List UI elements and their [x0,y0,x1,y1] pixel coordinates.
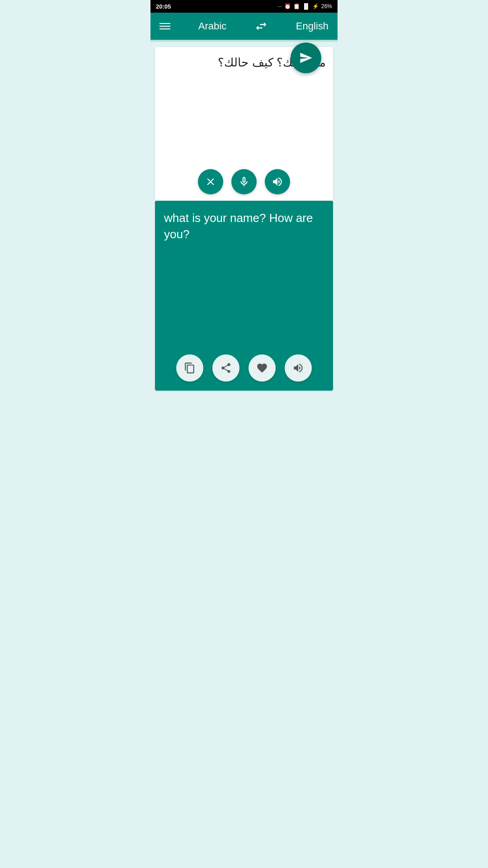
swap-languages-button[interactable] [254,19,268,33]
panels-wrapper: ما اسمك؟ كيف حالك؟ [150,47,338,391]
sim-icon: 📋 [293,3,300,9]
status-time: 20:05 [156,3,171,10]
menu-button[interactable] [160,23,170,29]
status-icons: ··· ⏰ 📋 ▐▌ ⚡ 26% [277,3,332,9]
status-dots: ··· [277,3,282,9]
signal-icon: ▐▌ [302,3,310,9]
source-language-label[interactable]: Arabic [198,20,226,32]
speak-input-button[interactable] [265,169,290,194]
target-language-label[interactable]: English [296,20,328,32]
toolbar: Arabic English [150,13,338,40]
battery-charging-icon: ⚡ [312,3,319,9]
output-text: what is your name? How are you? [164,210,324,243]
copy-button[interactable] [176,354,203,382]
status-bar: 20:05 ··· ⏰ 📋 ▐▌ ⚡ 26% [150,0,338,13]
output-panel: what is your name? How are you? [155,201,333,391]
translate-button[interactable] [291,42,321,73]
output-actions [176,354,312,382]
input-actions [198,169,290,194]
speak-output-button[interactable] [285,354,312,382]
battery-level: 26% [321,3,332,9]
microphone-button[interactable] [231,169,257,194]
share-button[interactable] [212,354,239,382]
toolbar-divider [150,40,338,42]
clear-button[interactable] [198,169,223,194]
favorite-button[interactable] [249,354,276,382]
alarm-icon: ⏰ [284,3,291,9]
